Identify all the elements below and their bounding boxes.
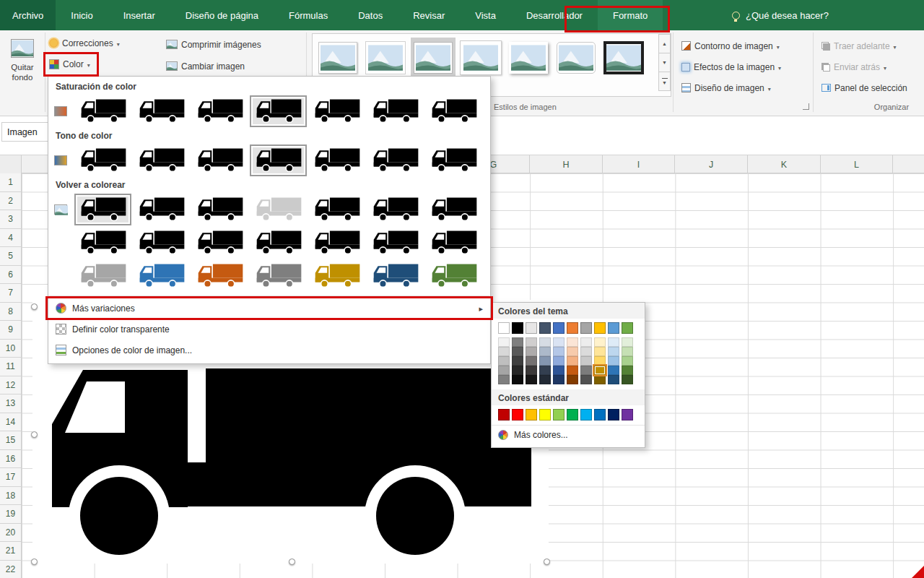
theme-color-swatch[interactable] xyxy=(567,322,578,334)
theme-variant-swatch[interactable] xyxy=(580,347,592,356)
truck-variant-thumb[interactable] xyxy=(425,194,482,225)
theme-variant-swatch[interactable] xyxy=(594,366,606,375)
tell-me[interactable]: ¿Qué desea hacer? xyxy=(732,0,829,30)
column-header[interactable]: I xyxy=(603,155,676,173)
theme-variant-swatch[interactable] xyxy=(567,347,578,356)
theme-variant-swatch[interactable] xyxy=(539,347,551,356)
row-header[interactable]: 3 xyxy=(0,210,21,229)
truck-variant-thumb[interactable] xyxy=(133,95,190,127)
row-header[interactable]: 16 xyxy=(0,450,21,469)
truck-variant-thumb[interactable] xyxy=(367,194,424,225)
standard-color-swatch[interactable] xyxy=(512,409,523,420)
picture-style-thumb[interactable] xyxy=(506,38,551,78)
selection-handle[interactable] xyxy=(544,558,550,565)
menu-item-more-colors[interactable]: Más colores... xyxy=(492,425,645,444)
row-header[interactable]: 6 xyxy=(0,266,21,285)
row-header[interactable]: 1 xyxy=(0,173,21,192)
standard-color-swatch[interactable] xyxy=(594,409,606,420)
theme-variant-swatch[interactable] xyxy=(594,356,606,366)
row-header[interactable]: 7 xyxy=(0,284,21,303)
standard-color-swatch[interactable] xyxy=(553,409,565,420)
truck-variant-thumb[interactable] xyxy=(133,194,190,225)
truck-variant-thumb[interactable] xyxy=(74,144,131,176)
truck-variant-thumb[interactable] xyxy=(191,144,248,176)
truck-variant-thumb[interactable] xyxy=(74,227,131,259)
theme-variant-swatch[interactable] xyxy=(594,337,606,347)
theme-variant-swatch[interactable] xyxy=(498,366,510,375)
picture-style-thumb[interactable] xyxy=(458,38,503,78)
row-header[interactable]: 11 xyxy=(0,358,21,376)
theme-variant-swatch[interactable] xyxy=(594,347,606,356)
truck-variant-thumb[interactable] xyxy=(425,260,482,292)
theme-variant-swatch[interactable] xyxy=(539,366,551,375)
selection-handle[interactable] xyxy=(289,558,295,565)
truck-variant-thumb[interactable] xyxy=(250,95,307,127)
select-all-corner[interactable] xyxy=(0,155,22,173)
theme-variant-swatch[interactable] xyxy=(567,356,578,366)
theme-variant-swatch[interactable] xyxy=(567,337,578,347)
theme-variant-swatch[interactable] xyxy=(622,347,633,356)
theme-variant-swatch[interactable] xyxy=(498,347,510,356)
theme-variant-swatch[interactable] xyxy=(539,356,551,366)
row-header[interactable]: 22 xyxy=(0,561,21,578)
theme-variant-swatch[interactable] xyxy=(526,356,537,366)
truck-variant-thumb[interactable] xyxy=(74,260,131,292)
truck-variant-thumb[interactable] xyxy=(308,260,365,292)
theme-variant-swatch[interactable] xyxy=(553,375,565,384)
picture-style-thumb[interactable] xyxy=(363,38,408,78)
row-header[interactable]: 13 xyxy=(0,394,21,413)
theme-variant-swatch[interactable] xyxy=(512,366,523,375)
row-header[interactable]: 12 xyxy=(0,376,21,395)
theme-variant-swatch[interactable] xyxy=(553,347,565,356)
truck-variant-thumb[interactable] xyxy=(308,95,365,127)
theme-variant-swatch[interactable] xyxy=(622,356,633,366)
theme-variant-swatch[interactable] xyxy=(539,375,551,384)
selection-handle[interactable] xyxy=(31,431,38,438)
selection-handle[interactable] xyxy=(31,303,38,310)
theme-color-swatch[interactable] xyxy=(512,322,523,334)
remove-background-button[interactable]: Quitar fondo xyxy=(1,33,43,111)
tab-formato[interactable]: Formato xyxy=(598,0,663,30)
truck-variant-thumb[interactable] xyxy=(308,194,365,225)
theme-variant-swatch[interactable] xyxy=(580,375,592,384)
truck-variant-thumb[interactable] xyxy=(191,260,248,292)
color-button[interactable]: Color xyxy=(46,55,93,73)
theme-variant-swatch[interactable] xyxy=(553,366,565,375)
selection-handle[interactable] xyxy=(31,558,38,565)
column-header[interactable]: M xyxy=(893,155,924,173)
standard-color-swatch[interactable] xyxy=(567,409,578,420)
theme-variant-swatch[interactable] xyxy=(608,375,619,384)
corrections-button[interactable]: Correcciones xyxy=(46,34,123,52)
theme-variant-swatch[interactable] xyxy=(526,347,537,356)
truck-variant-thumb[interactable] xyxy=(250,260,307,292)
theme-color-swatch[interactable] xyxy=(526,322,537,334)
tab-inicio[interactable]: Inicio xyxy=(56,0,108,30)
theme-variant-swatch[interactable] xyxy=(553,337,565,347)
theme-variant-swatch[interactable] xyxy=(594,375,606,384)
theme-variant-swatch[interactable] xyxy=(553,356,565,366)
row-header[interactable]: 14 xyxy=(0,413,21,432)
theme-color-swatch[interactable] xyxy=(498,322,510,334)
theme-variant-swatch[interactable] xyxy=(622,375,633,384)
column-header[interactable]: H xyxy=(530,155,603,173)
theme-variant-swatch[interactable] xyxy=(608,347,619,356)
theme-variant-swatch[interactable] xyxy=(512,375,523,384)
theme-color-swatch[interactable] xyxy=(622,322,633,334)
tab-archivo[interactable]: Archivo xyxy=(0,0,56,30)
menu-item-picture-color-options[interactable]: Opciones de color de imagen... xyxy=(48,340,490,361)
picture-style-thumb[interactable] xyxy=(315,38,360,78)
truck-variant-thumb[interactable] xyxy=(133,260,190,292)
row-header[interactable]: 4 xyxy=(0,229,21,248)
standard-color-swatch[interactable] xyxy=(526,409,537,420)
row-header[interactable]: 19 xyxy=(0,505,21,524)
theme-variant-swatch[interactable] xyxy=(539,337,551,347)
theme-variant-swatch[interactable] xyxy=(622,337,633,347)
theme-variant-swatch[interactable] xyxy=(498,356,510,366)
picture-effects-button[interactable]: Efectos de la imagen xyxy=(679,58,784,76)
tab-diseno-de-pagina[interactable]: Diseño de página xyxy=(170,0,274,30)
theme-color-swatch[interactable] xyxy=(594,322,606,334)
theme-color-swatch[interactable] xyxy=(539,322,551,334)
row-header[interactable]: 18 xyxy=(0,487,21,506)
tab-vista[interactable]: Vista xyxy=(460,0,511,30)
menu-item-more-variations[interactable]: Más variaciones xyxy=(48,298,490,319)
